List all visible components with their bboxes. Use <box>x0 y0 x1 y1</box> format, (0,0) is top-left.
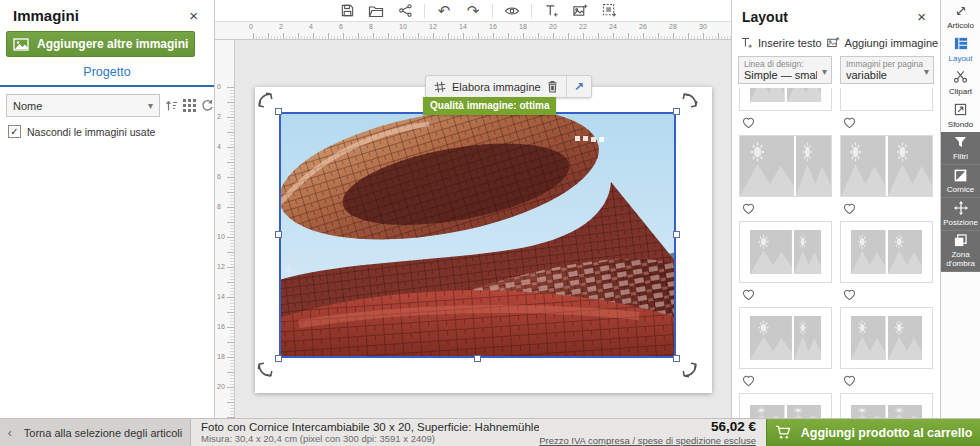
grid-view-icon[interactable] <box>183 96 196 116</box>
rail-item-filtri[interactable]: Filtri <box>941 132 980 165</box>
sort-order-icon[interactable] <box>164 96 179 116</box>
resize-handle[interactable] <box>673 108 680 115</box>
preview-eye-icon[interactable] <box>502 2 522 20</box>
back-to-articles-button[interactable]: ‹ Torna alla selezione degli articoli <box>0 419 191 446</box>
image-placeholder <box>851 405 886 418</box>
favorite-row <box>739 111 933 135</box>
layout-thumbnail[interactable] <box>739 307 832 369</box>
frame-icon <box>954 168 967 183</box>
edit-image-button[interactable]: Elabora immagine <box>426 76 566 97</box>
layout-thumbnail[interactable] <box>840 221 933 283</box>
rail-item-label: Cornice <box>947 185 975 194</box>
rail-item-clipart[interactable]: Clipart <box>941 66 980 99</box>
image-list-toolbar: Nome ▾ <box>0 87 214 117</box>
checkbox-check-icon: ✓ <box>8 125 21 138</box>
layout-thumbnail[interactable] <box>739 135 832 197</box>
tab-progetto[interactable]: Progetto <box>83 65 130 79</box>
canvas-area: ↶ ↷ 024681012141618202224262830 02468101… <box>215 0 731 418</box>
undo-icon[interactable]: ↶ <box>434 2 454 20</box>
sort-select[interactable]: Nome ▾ <box>6 94 160 117</box>
open-folder-icon[interactable] <box>366 2 386 20</box>
design-line-value: Simple — small m… <box>744 69 817 81</box>
product-page[interactable] <box>255 87 712 393</box>
image-add-icon <box>13 38 29 51</box>
zoom-image-icon[interactable]: ↗ <box>566 76 591 97</box>
rail-item-label: Articolo <box>947 21 974 30</box>
toolbar-divider <box>492 4 493 18</box>
heart-icon[interactable] <box>741 287 757 303</box>
add-images-button[interactable]: Aggiungere altre immagini <box>6 31 195 57</box>
close-icon[interactable]: × <box>913 7 930 26</box>
insert-text-button[interactable]: Inserire testo <box>740 36 822 49</box>
add-to-cart-label: Aggiungi prodotto al carrello <box>801 426 973 440</box>
heart-icon[interactable] <box>842 201 858 217</box>
refresh-icon[interactable] <box>200 96 215 116</box>
resize-handle[interactable] <box>474 355 481 362</box>
layout-row <box>739 88 933 111</box>
heart-icon[interactable] <box>741 201 757 217</box>
rail-item-label: Sfondo <box>948 120 973 129</box>
heart-icon[interactable] <box>842 287 858 303</box>
background-icon <box>954 102 967 118</box>
rail-item-layout[interactable]: Layout <box>941 33 980 66</box>
add-image-icon[interactable] <box>570 2 590 20</box>
vanke-pavilion-photo <box>279 112 676 358</box>
layout-thumbnail[interactable] <box>840 88 933 111</box>
close-icon[interactable]: × <box>185 6 202 25</box>
rail-item-label: Posizione <box>943 218 978 227</box>
layout-thumbnail[interactable] <box>739 393 832 418</box>
rail-item-articolo[interactable]: Articolo <box>941 0 980 33</box>
rotate-icon[interactable] <box>256 91 275 110</box>
image-placeholder <box>888 316 923 360</box>
add-image-button[interactable]: Aggiungi immagine <box>826 36 939 49</box>
rotate-icon[interactable] <box>256 360 275 379</box>
layout-panel-header: Layout × <box>732 0 940 29</box>
image-placeholder <box>787 88 822 102</box>
layout-thumbnail[interactable] <box>840 135 933 197</box>
add-to-cart-button[interactable]: Aggiungi prodotto al carrello <box>766 419 980 446</box>
chevron-down-icon: ▾ <box>148 100 153 111</box>
design-line-select[interactable]: Linea di design: Simple — small m… ▾ <box>738 56 832 84</box>
resize-handle[interactable] <box>275 108 282 115</box>
images-panel-header: Immagini × <box>0 0 214 29</box>
add-background-icon[interactable] <box>599 2 619 20</box>
layout-thumbnail[interactable] <box>840 307 933 369</box>
redo-icon[interactable]: ↷ <box>463 2 483 20</box>
share-icon[interactable] <box>395 2 415 20</box>
image-placeholder <box>794 230 821 274</box>
layout-actions-row: Inserire testo Aggiungi immagine ⋮ <box>732 29 940 56</box>
add-image-icon <box>826 36 840 49</box>
horizontal-ruler: 024681012141618202224262830 <box>240 22 731 40</box>
rail-item-sfondo[interactable]: Sfondo <box>941 99 980 132</box>
vat-note-link[interactable]: Prezzo IVA compresa / spese di spedizion… <box>539 435 756 446</box>
heart-icon[interactable] <box>741 115 757 131</box>
heart-icon[interactable] <box>842 115 858 131</box>
layout-row <box>739 135 933 197</box>
layout-thumbnail[interactable] <box>840 393 933 418</box>
resize-handle[interactable] <box>275 355 282 362</box>
image-placeholder <box>888 230 923 274</box>
heart-icon[interactable] <box>741 373 757 389</box>
sort-select-value: Nome <box>13 100 42 112</box>
image-context-toolbar: Elabora immagine ↗ <box>425 75 592 98</box>
save-icon[interactable] <box>337 2 357 20</box>
resize-handle[interactable] <box>673 231 680 238</box>
resize-handle[interactable] <box>275 231 282 238</box>
rail-item-cornice[interactable]: Cornice <box>941 165 980 198</box>
rail-item-zona-ombra[interactable]: Zona d'ombra <box>941 231 980 272</box>
rotate-icon[interactable] <box>680 91 699 110</box>
heart-icon[interactable] <box>842 373 858 389</box>
rail-item-label: Layout <box>948 54 972 63</box>
layout-thumbnail[interactable] <box>739 221 832 283</box>
photo-editor-app: Immagini × Aggiungere altre immagini Pro… <box>0 0 980 446</box>
trash-icon[interactable] <box>547 80 558 93</box>
add-text-icon[interactable] <box>541 2 561 20</box>
rotate-icon[interactable] <box>680 360 699 379</box>
image-placeholder <box>888 136 933 196</box>
placed-photo[interactable] <box>279 112 676 358</box>
resize-handle[interactable] <box>673 355 680 362</box>
hide-used-images-checkbox[interactable]: ✓ Nascondi le immagini usate <box>0 117 214 138</box>
images-per-page-select[interactable]: Immagini per pagina variabile ▾ <box>840 56 934 84</box>
layout-thumbnail[interactable] <box>739 88 832 111</box>
rail-item-posizione[interactable]: Posizione <box>941 198 980 231</box>
